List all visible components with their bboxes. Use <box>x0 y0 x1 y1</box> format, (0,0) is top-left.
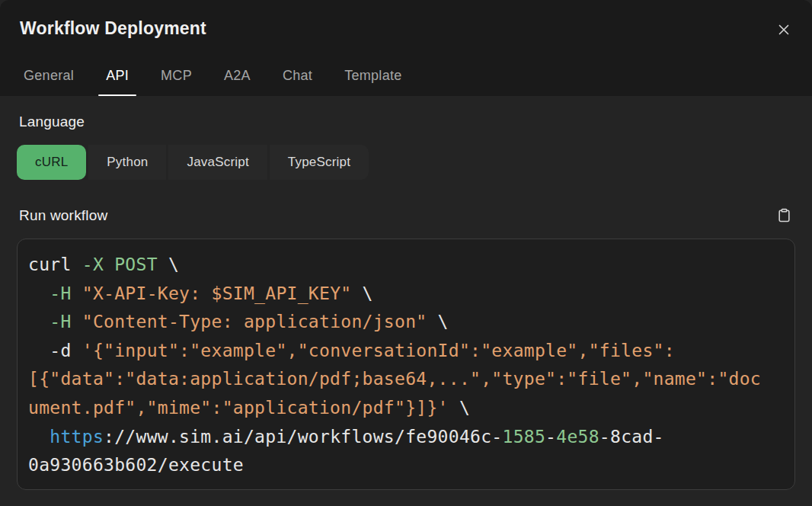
code-line: -H "Content-Type: application/json" \ <box>28 308 785 337</box>
tab-a2a[interactable]: A2A <box>216 68 258 96</box>
tab-template[interactable]: Template <box>337 68 409 96</box>
language-label: Language <box>17 114 795 130</box>
tab-general[interactable]: General <box>16 68 82 96</box>
title-row: Workflow Deployment <box>0 0 812 40</box>
code-section-header: Run workflow <box>17 206 795 225</box>
tab-chat[interactable]: Chat <box>275 68 320 96</box>
code-line: -d '{"input":"example","conversationId":… <box>28 337 785 366</box>
modal-header: Workflow Deployment GeneralAPIMCPA2AChat… <box>0 0 812 96</box>
modal-content: Language cURLPythonJavaScriptTypeScript … <box>0 114 812 490</box>
language-option-python[interactable]: Python <box>88 145 166 180</box>
tab-mcp[interactable]: MCP <box>153 68 200 96</box>
workflow-deployment-modal: Workflow Deployment GeneralAPIMCPA2AChat… <box>0 0 812 490</box>
code-block: curl -X POST \ -H "X-API-Key: $SIM_API_K… <box>17 239 795 490</box>
page-title: Workflow Deployment <box>20 18 206 39</box>
code-line: 0a930663b602/execute <box>28 451 785 480</box>
code-section-label: Run workflow <box>19 207 107 224</box>
language-option-curl[interactable]: cURL <box>17 145 86 180</box>
code-line: [{"data":"data:application/pdf;base64,..… <box>28 365 785 394</box>
code-line: curl -X POST \ <box>28 251 785 280</box>
code-line: ument.pdf","mime":"application/pdf"}]}' … <box>28 394 785 423</box>
clipboard-icon <box>777 214 791 226</box>
copy-button[interactable] <box>775 206 793 225</box>
tab-bar: GeneralAPIMCPA2AChatTemplate <box>16 68 410 96</box>
code-line: https://www.sim.ai/api/workflows/fe90046… <box>28 423 785 452</box>
close-button[interactable] <box>774 20 794 40</box>
code-line: -H "X-API-Key: $SIM_API_KEY" \ <box>28 280 785 309</box>
close-icon <box>775 29 792 40</box>
tab-api[interactable]: API <box>98 68 136 96</box>
language-option-typescript[interactable]: TypeScript <box>270 145 369 180</box>
language-option-javascript[interactable]: JavaScript <box>168 145 267 180</box>
language-selector: cURLPythonJavaScriptTypeScript <box>17 145 795 180</box>
